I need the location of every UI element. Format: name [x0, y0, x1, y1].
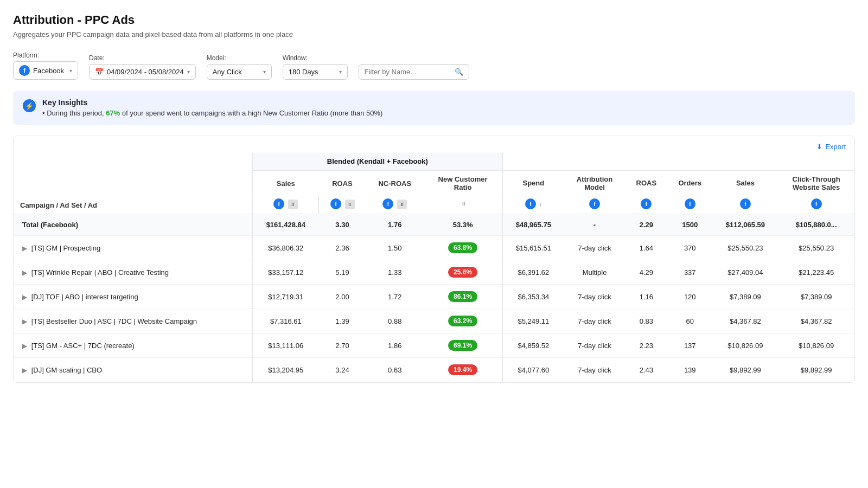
platform-select[interactable]: f Facebook ▾: [13, 61, 78, 80]
expand-button[interactable]: ▶: [20, 367, 29, 374]
campaign-label: [DJ] TOF | ABO | interest targeting: [31, 293, 138, 301]
click-through: $9,892.99: [778, 358, 854, 382]
expand-button[interactable]: ▶: [20, 293, 29, 301]
fb-icon-roas: f: [641, 198, 652, 209]
expand-button[interactable]: ▶: [20, 342, 29, 350]
blended-nc-roas: 0.63: [366, 358, 424, 382]
campaigns-table: Campaign / Ad Set / Ad Blended (Kendall …: [14, 153, 854, 382]
attr-model: 7-day click: [564, 285, 625, 309]
export-button[interactable]: ⬇ Export: [816, 143, 846, 151]
model-value: Any Click: [213, 68, 242, 76]
sort-icon-spend: ↓: [539, 201, 542, 207]
blended-ncr: 19.4%: [424, 358, 503, 382]
insights-bullet: • During this period, 67% of your spend …: [42, 109, 382, 117]
model-label: Model:: [207, 54, 272, 62]
chevron-down-icon: ▾: [263, 69, 266, 75]
expand-button[interactable]: ▶: [20, 318, 29, 325]
key-insights-panel: ⚡ Key Insights • During this period, 67%…: [13, 91, 855, 125]
fb-icon-attr-model: f: [589, 198, 600, 209]
th-click-through: Click-ThroughWebsite Sales: [778, 170, 854, 196]
model-select[interactable]: Any Click ▾: [207, 64, 272, 80]
page-subtitle: Aggregates your PPC campaign data and pi…: [13, 30, 855, 38]
th-sales-fb: Sales: [713, 170, 778, 196]
ncr-badge: 25.6%: [448, 267, 477, 278]
th-nc-roas-blended: NC-ROAS: [366, 170, 424, 196]
blended-roas: 3.24: [318, 358, 366, 382]
data-table-container: ⬇ Export Campaign / Ad Set / Ad Blended …: [13, 136, 855, 383]
sales: $27,409.04: [713, 260, 778, 285]
th-spend: Spend: [502, 170, 564, 196]
total-blended-nc-roas: 1.76: [366, 214, 424, 236]
blended-sales: $12,719.31: [252, 285, 318, 309]
sales: $9,892.99: [713, 358, 778, 382]
spend: $15,615.51: [502, 236, 564, 260]
page-title: Attribution - PPC Ads: [13, 13, 855, 27]
platform-label: Platform:: [13, 52, 78, 59]
filters-bar: Platform: f Facebook ▾ Date: 📅 04/09/202…: [13, 52, 855, 80]
date-select[interactable]: 📅 04/09/2024 - 05/08/2024 ▾: [89, 64, 196, 80]
orders: 139: [667, 358, 713, 382]
spend: $5,249.11: [502, 309, 564, 333]
blended-sales: $33,157.12: [252, 260, 318, 285]
blended-ncr: 63.2%: [424, 309, 503, 333]
campaign-label: [TS] GM | Prospecting: [31, 244, 101, 252]
search-icon: 🔍: [455, 68, 463, 76]
spend: $4,859.52: [502, 333, 564, 358]
sales: $10,826.09: [713, 333, 778, 358]
click-through: $7,389.09: [778, 285, 854, 309]
facebook-icon: f: [19, 65, 30, 76]
fb-icon-roas-blended: f: [330, 198, 341, 209]
ncr-badge: 86.1%: [448, 291, 477, 302]
orders: 120: [667, 285, 713, 309]
blended-ncr: 69.1%: [424, 333, 503, 358]
blended-roas: 5.19: [318, 260, 366, 285]
roas: 0.83: [626, 309, 667, 333]
table-row: ▶ [DJ] TOF | ABO | interest targeting $1…: [14, 285, 854, 309]
search-box[interactable]: 🔍: [359, 64, 469, 80]
pause-icon-roas-blended: ⏸: [345, 200, 355, 209]
date-value: 04/09/2024 - 05/08/2024: [107, 68, 184, 76]
total-blended-sales: $161,428.84: [252, 214, 318, 236]
fb-icon-spend: f: [525, 198, 536, 209]
total-sales: $112,065.59: [713, 214, 778, 236]
campaign-name: ▶ [TS] Wrinkle Repair | ABO | Creative T…: [14, 260, 252, 285]
click-through: $10,826.09: [778, 333, 854, 358]
expand-button[interactable]: ▶: [20, 269, 29, 277]
blended-nc-roas: 1.33: [366, 260, 424, 285]
blended-nc-roas: 1.50: [366, 236, 424, 260]
orders: 337: [667, 260, 713, 285]
campaign-name: ▶ [TS] GM - ASC+ | 7DC (recreate): [14, 333, 252, 358]
fb-icon-orders: f: [685, 198, 695, 209]
sales: $25,550.23: [713, 236, 778, 260]
insights-icon: ⚡: [23, 99, 36, 112]
total-blended-roas: 3.30: [318, 214, 366, 236]
campaign-label: [DJ] GM scaling | CBO: [31, 366, 103, 374]
ncr-badge: 19.4%: [448, 364, 477, 375]
orders: 370: [667, 236, 713, 260]
blended-ncr: 25.6%: [424, 260, 503, 285]
export-label: Export: [825, 143, 846, 151]
chevron-down-icon: ▾: [69, 68, 72, 74]
search-input[interactable]: [365, 68, 451, 76]
campaign-label: [TS] Wrinkle Repair | ABO | Creative Tes…: [31, 268, 169, 277]
table-row: ▶ [DJ] GM scaling | CBO $13,204.95 3.24 …: [14, 358, 854, 382]
campaign-label: [TS] GM - ASC+ | 7DC (recreate): [31, 342, 135, 350]
fb-icon-sales: f: [740, 198, 751, 209]
blended-ncr: 63.8%: [424, 236, 503, 260]
roas: 1.64: [626, 236, 667, 260]
expand-button[interactable]: ▶: [20, 245, 29, 252]
window-label: Window:: [283, 54, 348, 62]
campaign-name: ▶ [TS] Bestseller Duo | ASC | 7DC | Webs…: [14, 309, 252, 333]
roas: 1.16: [626, 285, 667, 309]
platform-value: Facebook: [33, 67, 64, 75]
campaign-name: ▶ [TS] GM | Prospecting: [14, 236, 252, 260]
window-select[interactable]: 180 Days ▾: [283, 64, 348, 80]
attr-model: 7-day click: [564, 333, 625, 358]
th-orders: Orders: [667, 170, 713, 196]
search-label: [359, 54, 469, 62]
attr-model: Multiple: [564, 260, 625, 285]
total-spend: $48,965.75: [502, 214, 564, 236]
pause-icon-sales-blended: ⏸: [288, 200, 298, 209]
blended-sales: $13,111.06: [252, 333, 318, 358]
fb-icon-click-through: f: [811, 198, 822, 209]
